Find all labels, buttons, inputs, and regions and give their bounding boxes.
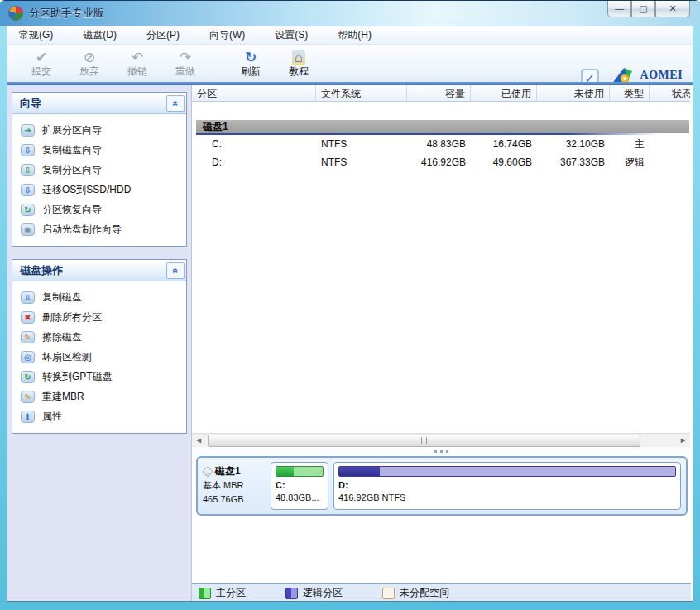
bootable-cd-icon: ◉ — [21, 223, 35, 236]
sidebar-item-convert-to-gpt[interactable]: ↻ 转换到GPT磁盘 — [21, 367, 183, 387]
disk-name: 磁盘1 — [215, 464, 241, 478]
unallocated-space-swatch — [382, 588, 395, 599]
titlebar: 分区助手专业版 — ▢ ✕ — [0, 1, 700, 26]
menu-disk[interactable]: 磁盘(D) — [78, 26, 122, 44]
partition-recovery-icon: ↻ — [21, 204, 35, 216]
table-body: 磁盘1 C: NTFS 48.83GB 16.74GB 32.10GB 主 系统 — [192, 120, 690, 433]
column-type[interactable]: 类型 — [610, 85, 650, 101]
menu-general[interactable]: 常规(G) — [14, 26, 58, 44]
tutorial-icon: ⌂ — [292, 50, 305, 65]
maximize-button[interactable]: ▢ — [631, 1, 655, 17]
pane-splitter[interactable] — [192, 447, 690, 455]
sidebar-item-properties[interactable]: ℹ 属性 — [21, 406, 183, 426]
close-button[interactable]: ✕ — [655, 1, 690, 17]
primary-partition-swatch — [199, 588, 211, 599]
table-row-d[interactable]: D: NTFS 416.92GB 49.60GB 367.33GB 逻辑 无 — [192, 153, 690, 171]
sidebar-item-extend-partition-wizard[interactable]: ➔ 扩展分区向导 — [21, 120, 183, 140]
table-row-c[interactable]: C: NTFS 48.83GB 16.74GB 32.10GB 主 系统 — [192, 135, 690, 153]
disk-map-panel: 磁盘1 基本 MBR 465.76GB C: 48.83GB... — [196, 456, 688, 516]
column-status[interactable]: 状态 — [650, 85, 690, 101]
minimize-button[interactable]: — — [607, 1, 631, 17]
sidebar-item-wipe-disk[interactable]: ✎ 擦除磁盘 — [21, 327, 183, 347]
column-capacity[interactable]: 容量 — [407, 85, 471, 101]
collapse-button[interactable]: « — [166, 262, 185, 279]
horizontal-scrollbar[interactable]: ◄ ► — [192, 433, 690, 447]
disk-operations-panel-title: 磁盘操作 — [20, 263, 63, 278]
scroll-right-icon[interactable]: ► — [676, 434, 690, 448]
legend-logical: 逻辑分区 — [285, 586, 343, 600]
main-area: 分区 文件系统 容量 已使用 未使用 类型 状态 磁盘1 C: NTFS — [192, 85, 693, 602]
disk-operations-panel-header: 磁盘操作 « — [12, 260, 186, 281]
menu-partition[interactable]: 分区(P) — [141, 26, 185, 44]
disk-icon — [202, 466, 213, 478]
sidebar-item-partition-recovery-wizard[interactable]: ↻ 分区恢复向导 — [21, 199, 183, 219]
column-filesystem[interactable]: 文件系统 — [316, 85, 407, 101]
partition-table: 分区 文件系统 容量 已使用 未使用 类型 状态 磁盘1 C: NTFS — [192, 85, 690, 433]
sidebar-item-bad-sector-test[interactable]: ◎ 坏扇区检测 — [21, 347, 183, 367]
scrollbar-thumb[interactable] — [208, 435, 640, 447]
column-partition[interactable]: 分区 — [192, 85, 316, 101]
apply-button[interactable]: ✔ 提交 — [17, 46, 65, 81]
disk-size: 465.76GB — [203, 492, 266, 507]
usage-bar-d — [338, 466, 676, 477]
redo-icon: ↷ — [180, 50, 191, 65]
collapse-button[interactable]: « — [166, 95, 185, 112]
sidebar-item-copy-disk[interactable]: ⇩ 复制磁盘 — [21, 287, 183, 307]
info-icon: ℹ — [21, 411, 35, 423]
disk-group-header[interactable]: 磁盘1 — [196, 120, 689, 133]
window-controls: — ▢ ✕ — [607, 1, 690, 17]
brand-name: AOMEI — [640, 70, 686, 81]
extend-partition-icon: ➔ — [21, 124, 35, 137]
logical-partition-swatch — [285, 588, 298, 599]
partition-block-c[interactable]: C: 48.83GB... — [271, 462, 328, 510]
partition-block-d[interactable]: D: 416.92GB NTFS — [333, 462, 681, 510]
app-window: 分区助手专业版 — ▢ ✕ 常规(G) 磁盘(D) 分区(P) 向导(W) 设置… — [0, 0, 700, 610]
discard-button[interactable]: ⊘ 放弃 — [65, 46, 113, 81]
menu-bar: 常规(G) 磁盘(D) 分区(P) 向导(W) 设置(S) 帮助(H) — [7, 26, 693, 45]
sidebar-item-migrate-os[interactable]: ⇩ 迁移OS到SSD/HDD — [21, 180, 183, 199]
scroll-left-icon[interactable]: ◄ — [192, 434, 206, 448]
disk-operations-panel: 磁盘操作 « ⇩ 复制磁盘 ✖ 删除所有分区 ✎ — [12, 259, 187, 434]
wizards-panel: 向导 « ➔ 扩展分区向导 ⇩ 复制磁盘向导 ⇩ — [12, 92, 187, 247]
legend-unallocated: 未分配空间 — [382, 586, 449, 600]
delete-all-icon: ✖ — [21, 311, 35, 324]
disk-type: 基本 MBR — [203, 478, 266, 492]
window-title: 分区助手专业版 — [29, 6, 104, 21]
copy-partition-icon: ⇩ — [21, 164, 35, 176]
sidebar-item-rebuild-mbr[interactable]: ✎ 重建MBR — [21, 387, 183, 406]
tutorial-button[interactable]: ⌂ 教程 — [275, 46, 323, 81]
sidebar-item-copy-disk-wizard[interactable]: ⇩ 复制磁盘向导 — [21, 140, 183, 160]
undo-button[interactable]: ↶ 撤销 — [113, 46, 161, 81]
migrate-os-icon: ⇩ — [21, 184, 35, 196]
menu-settings[interactable]: 设置(S) — [270, 26, 313, 44]
sidebar-item-delete-all-partitions[interactable]: ✖ 删除所有分区 — [21, 307, 183, 327]
legend-primary: 主分区 — [199, 586, 246, 600]
chevron-up-icon: « — [168, 100, 183, 106]
rebuild-mbr-icon: ✎ — [21, 391, 35, 403]
disk-info[interactable]: 磁盘1 基本 MBR 465.76GB — [203, 462, 266, 510]
column-unused[interactable]: 未使用 — [537, 85, 610, 101]
wizards-panel-title: 向导 — [20, 96, 41, 111]
toolbar: ✔ 提交 ⊘ 放弃 ↶ 撤销 ↷ 重做 ↻ 刷新 ⌂ 教程 — [7, 45, 693, 82]
app-frame: 常规(G) 磁盘(D) 分区(P) 向导(W) 设置(S) 帮助(H) ✔ 提交… — [7, 26, 693, 602]
menu-wizard[interactable]: 向导(W) — [204, 26, 250, 44]
toolbar-separator — [218, 49, 218, 79]
sidebar-item-bootable-cd-wizard[interactable]: ◉ 启动光盘制作向导 — [21, 219, 183, 239]
refresh-icon: ↻ — [245, 50, 257, 65]
refresh-button[interactable]: ↻ 刷新 — [227, 46, 275, 81]
check-icon: ✔ — [36, 50, 47, 65]
menu-help[interactable]: 帮助(H) — [333, 26, 376, 44]
redo-button[interactable]: ↷ 重做 — [161, 46, 209, 81]
magnifier-icon: ◎ — [21, 351, 35, 363]
copy-disk-icon: ⇩ — [21, 144, 35, 156]
column-used[interactable]: 已使用 — [471, 85, 537, 101]
wizards-panel-header: 向导 « — [12, 93, 186, 114]
wipe-disk-icon: ✎ — [21, 331, 35, 343]
discard-icon: ⊘ — [84, 50, 95, 65]
sidebar-item-copy-partition-wizard[interactable]: ⇩ 复制分区向导 — [21, 160, 183, 180]
convert-gpt-icon: ↻ — [21, 371, 35, 383]
usage-bar-c — [276, 466, 324, 477]
chevron-up-icon: « — [168, 267, 183, 273]
undo-icon: ↶ — [132, 50, 143, 65]
app-icon — [8, 6, 23, 21]
